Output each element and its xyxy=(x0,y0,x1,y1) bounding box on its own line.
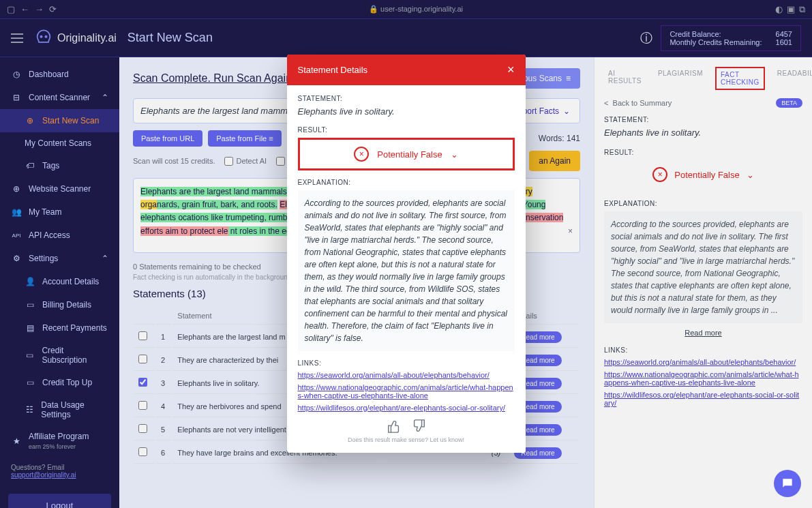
feedback-thumbs xyxy=(298,419,515,434)
modal-overlay: Statement Details × STATEMENT: Elephants… xyxy=(0,0,812,508)
chevron-down-icon[interactable]: ⌄ xyxy=(451,149,458,160)
x-circle-icon: × xyxy=(354,147,369,162)
thumbs-label: Does this result make sense? Let us know… xyxy=(298,436,515,443)
modal-links-label: LINKS: xyxy=(298,359,515,367)
modal-explanation: According to the sources provided, eleph… xyxy=(298,190,515,351)
thumbs-down-icon[interactable] xyxy=(411,419,426,434)
source-link[interactable]: https://www.nationalgeographic.com/anima… xyxy=(298,383,515,400)
modal-exp-label: EXPLANATION: xyxy=(298,179,515,186)
modal-stmt-label: STATEMENT: xyxy=(298,95,515,102)
statement-details-modal: Statement Details × STATEMENT: Elephants… xyxy=(287,55,526,453)
modal-stmt: Elephants live in solitary. xyxy=(298,106,515,117)
close-icon[interactable]: × xyxy=(507,63,515,77)
modal-result: × Potentially False ⌄ xyxy=(298,138,515,170)
chat-widget-button[interactable] xyxy=(774,470,801,497)
modal-result-label: RESULT: xyxy=(298,126,515,134)
source-link[interactable]: https://seaworld.org/animals/all-about/e… xyxy=(298,371,515,379)
modal-title: Statement Details xyxy=(298,65,368,75)
source-link[interactable]: https://wildlifesos.org/elephant/are-ele… xyxy=(298,404,515,412)
thumbs-up-icon[interactable] xyxy=(387,419,402,434)
